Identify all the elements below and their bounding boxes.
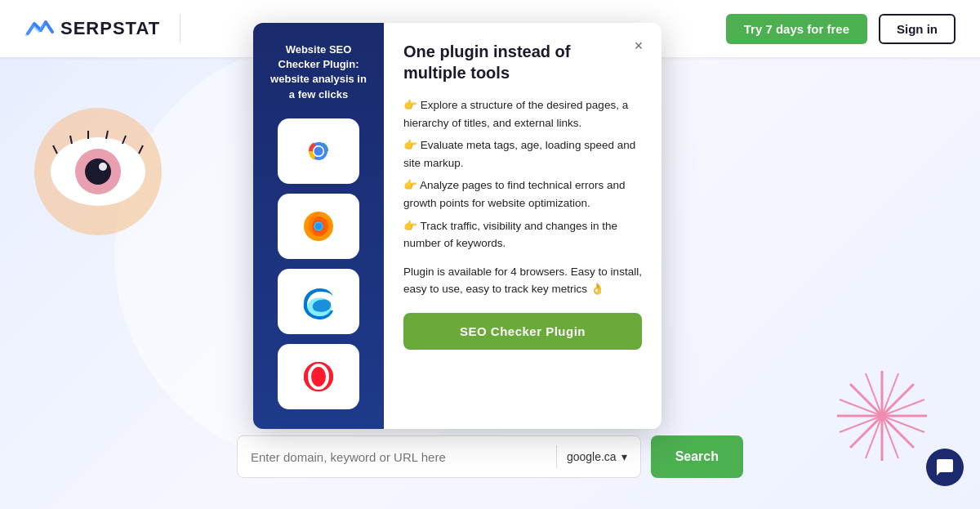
plugin-title: Website SEO Checker Plugin: website anal…: [266, 42, 371, 102]
eye-illustration: [24, 106, 172, 240]
popup-note: Plugin is available for 4 browsers. Easy…: [403, 264, 642, 298]
popup-right-panel: × One plugin instead of multiple tools 👉…: [384, 23, 662, 429]
search-bar: google.ca ▾ Search: [237, 435, 743, 478]
popup-heading: One plugin instead of multiple tools: [403, 41, 642, 83]
svg-point-4: [99, 163, 107, 171]
chevron-down-icon: ▾: [621, 450, 627, 463]
opera-browser-icon: [278, 344, 359, 409]
svg-point-35: [314, 369, 323, 384]
feature-item-3: 👉 Analyze pages to find technical errors…: [403, 176, 642, 212]
chat-bubble-button[interactable]: [926, 449, 964, 486]
region-value: google.ca: [567, 450, 617, 463]
popup-features-list: 👉 Explore a structure of the desired pag…: [403, 96, 642, 252]
logo-icon: [24, 17, 54, 40]
feature-item-4: 👉 Track traffic, visibility and changes …: [403, 217, 642, 252]
search-button[interactable]: Search: [651, 435, 743, 478]
popup-left-panel: Website SEO Checker Plugin: website anal…: [253, 23, 384, 429]
search-divider: [556, 445, 557, 468]
firefox-browser-icon: [278, 194, 359, 259]
search-region-select[interactable]: google.ca ▾: [567, 450, 627, 463]
sign-in-button[interactable]: Sign in: [879, 14, 956, 44]
feature-item-2: 👉 Evaluate meta tags, age, loading speed…: [403, 136, 642, 172]
feature-item-1: 👉 Explore a structure of the desired pag…: [403, 96, 642, 132]
header-divider: [180, 14, 180, 43]
svg-point-23: [314, 146, 323, 155]
edge-browser-icon: [278, 269, 359, 334]
search-input-wrap: google.ca ▾: [237, 435, 641, 478]
logo: SERPSTAT: [24, 17, 160, 40]
seo-checker-cta-button[interactable]: SEO Checker Plugin: [403, 313, 642, 350]
svg-point-3: [85, 159, 111, 185]
popup-close-button[interactable]: ×: [627, 34, 650, 57]
logo-text: SERPSTAT: [60, 18, 160, 39]
plugin-popup: Website SEO Checker Plugin: website anal…: [253, 23, 662, 429]
chrome-browser-icon: [278, 118, 359, 184]
search-input[interactable]: [251, 450, 546, 464]
svg-point-29: [315, 223, 322, 230]
starburst-decoration: [833, 367, 931, 468]
try-free-button[interactable]: Try 7 days for free: [726, 14, 867, 44]
